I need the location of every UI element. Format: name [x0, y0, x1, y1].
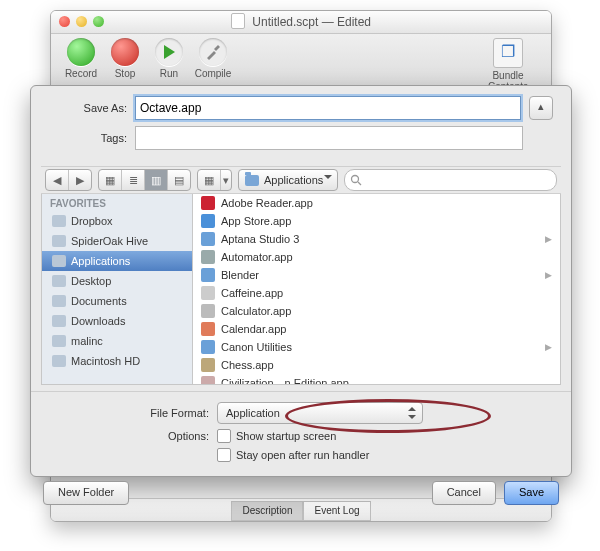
file-row[interactable]: App Store.app: [193, 212, 560, 230]
folder-icon: [52, 215, 66, 227]
sidebar-item-desktop[interactable]: Desktop: [42, 271, 192, 291]
app-icon: [201, 376, 215, 384]
file-row[interactable]: Calculator.app: [193, 302, 560, 320]
file-label: Calculator.app: [221, 302, 291, 320]
file-row[interactable]: Automator.app: [193, 248, 560, 266]
bundle-contents-button[interactable]: ❐Bundle Contents: [473, 38, 543, 92]
search-field[interactable]: [344, 169, 557, 191]
save-as-input[interactable]: [135, 96, 521, 120]
sidebar-item-applications[interactable]: Applications: [42, 251, 192, 271]
file-row[interactable]: Aptana Studio 3▶: [193, 230, 560, 248]
sidebar-item-label: SpiderOak Hive: [71, 231, 148, 251]
cancel-button[interactable]: Cancel: [432, 481, 496, 505]
file-label: Aptana Studio 3: [221, 230, 299, 248]
new-folder-button[interactable]: New Folder: [43, 481, 129, 505]
titlebar: Untitled.scpt — Edited: [51, 11, 551, 34]
folder-icon: [201, 340, 215, 354]
zoom-icon[interactable]: [93, 16, 104, 27]
browser-toolbar: ◀▶ ▦ ≣ ▥ ▤ ▦▾ Applications: [41, 166, 561, 194]
file-label: Chess.app: [221, 356, 274, 374]
stop-icon: [111, 38, 139, 66]
folder-icon: [52, 355, 66, 367]
folder-icon: [52, 255, 66, 267]
sidebar-item-spideroak-hive[interactable]: SpiderOak Hive: [42, 231, 192, 251]
search-icon: [350, 174, 362, 186]
sidebar: FAVORITES DropboxSpiderOak HiveApplicati…: [42, 194, 193, 384]
file-label: Automator.app: [221, 248, 293, 266]
folder-icon: [52, 335, 66, 347]
sidebar-item-dropbox[interactable]: Dropbox: [42, 211, 192, 231]
app-icon: [201, 250, 215, 264]
play-icon: [155, 38, 183, 66]
save-sheet: Save As: ▴ Tags: ◀▶ ▦ ≣ ▥ ▤ ▦▾ Applicati…: [30, 85, 572, 477]
file-label: Civilization…n Edition.app: [221, 374, 349, 384]
file-label: Adobe Reader.app: [221, 194, 313, 212]
sidebar-item-label: malinc: [71, 331, 103, 351]
sidebar-item-label: Macintosh HD: [71, 351, 140, 371]
coverflow-view-icon[interactable]: ▤: [168, 170, 190, 190]
chevron-down-icon: ▾: [221, 170, 231, 190]
location-label: Applications: [264, 174, 323, 186]
column-view-icon[interactable]: ▥: [145, 170, 168, 190]
file-label: App Store.app: [221, 212, 291, 230]
list-view-icon[interactable]: ≣: [122, 170, 145, 190]
compile-button[interactable]: Compile: [191, 38, 235, 79]
show-startup-checkbox[interactable]: [217, 429, 231, 443]
minimize-icon[interactable]: [76, 16, 87, 27]
sidebar-item-label: Documents: [71, 291, 127, 311]
tags-input[interactable]: [135, 126, 523, 150]
toolbar: Record Stop Run Compile ❐Bundle Contents: [51, 34, 551, 89]
sidebar-item-macintosh-hd[interactable]: Macintosh HD: [42, 351, 192, 371]
file-label: Canon Utilities: [221, 338, 292, 356]
folder-icon: [201, 268, 215, 282]
nav-back-forward[interactable]: ◀▶: [45, 169, 92, 191]
forward-icon[interactable]: ▶: [69, 170, 91, 190]
view-mode-segment[interactable]: ▦ ≣ ▥ ▤: [98, 169, 191, 191]
collapse-button[interactable]: ▴: [529, 96, 553, 120]
stay-open-checkbox[interactable]: [217, 448, 231, 462]
icon-view-icon[interactable]: ▦: [99, 170, 122, 190]
sidebar-item-downloads[interactable]: Downloads: [42, 311, 192, 331]
window-title: Untitled.scpt: [252, 15, 318, 29]
close-icon[interactable]: [59, 16, 70, 27]
save-button[interactable]: Save: [504, 481, 559, 505]
record-button[interactable]: Record: [59, 38, 103, 79]
sidebar-item-label: Downloads: [71, 311, 125, 331]
button-row: New Folder Cancel Save: [31, 473, 571, 505]
sidebar-item-documents[interactable]: Documents: [42, 291, 192, 311]
folder-icon: [245, 175, 259, 186]
file-row[interactable]: Canon Utilities▶: [193, 338, 560, 356]
folder-icon: [52, 295, 66, 307]
back-icon[interactable]: ◀: [46, 170, 69, 190]
svg-line-1: [358, 182, 361, 185]
save-as-label: Save As:: [49, 102, 135, 114]
options-label: Options:: [49, 430, 217, 442]
chevron-right-icon: ▶: [545, 230, 552, 248]
file-row[interactable]: Caffeine.app: [193, 284, 560, 302]
chevron-right-icon: ▶: [545, 266, 552, 284]
arrange-button[interactable]: ▦▾: [197, 169, 232, 191]
stop-button[interactable]: Stop: [103, 38, 147, 79]
file-browser: FAVORITES DropboxSpiderOak HiveApplicati…: [41, 194, 561, 385]
file-label: Caffeine.app: [221, 284, 283, 302]
bundle-icon: ❐: [493, 38, 523, 68]
window-title-suffix: — Edited: [318, 15, 371, 29]
file-column: Adobe Reader.appApp Store.appAptana Stud…: [193, 194, 560, 384]
folder-icon: [201, 232, 215, 246]
grid-icon: ▦: [198, 170, 221, 190]
file-row[interactable]: Civilization…n Edition.app: [193, 374, 560, 384]
sidebar-item-label: Applications: [71, 251, 130, 271]
stay-open-label: Stay open after run handler: [236, 449, 369, 461]
file-row[interactable]: Calendar.app: [193, 320, 560, 338]
folder-icon: [52, 315, 66, 327]
run-button[interactable]: Run: [147, 38, 191, 79]
file-format-popup[interactable]: Application: [217, 402, 423, 424]
sidebar-item-malinc[interactable]: malinc: [42, 331, 192, 351]
location-popup[interactable]: Applications: [238, 169, 338, 191]
file-row[interactable]: Adobe Reader.app: [193, 194, 560, 212]
chevron-right-icon: ▶: [545, 338, 552, 356]
file-row[interactable]: Blender▶: [193, 266, 560, 284]
favorites-header: FAVORITES: [50, 198, 192, 209]
file-row[interactable]: Chess.app: [193, 356, 560, 374]
file-format-label: File Format:: [49, 407, 217, 419]
